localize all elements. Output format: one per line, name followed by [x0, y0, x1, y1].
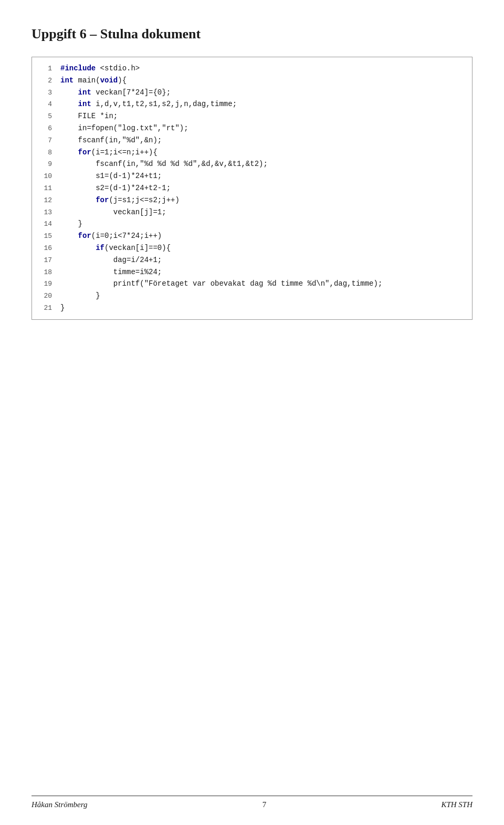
line-content: }: [60, 290, 100, 301]
code-line: 11 s2=(d-1)*24+t2-1;: [32, 182, 472, 194]
line-content: for(i=1;i<=n;i++){: [60, 147, 158, 158]
code-block: 1#include <stdio.h>2int main(void){3 int…: [32, 57, 472, 320]
line-content: in=fopen("log.txt","rt");: [60, 122, 188, 134]
code-line: 19 printf("Företaget var obevakat dag %d…: [32, 278, 472, 290]
code-line: 21}: [32, 302, 472, 314]
line-number: 7: [37, 135, 52, 147]
line-number: 19: [37, 279, 52, 290]
footer-page-number: 7: [262, 800, 267, 809]
line-content: timme=i%24;: [60, 266, 162, 278]
code-line: 1#include <stdio.h>: [32, 62, 472, 75]
line-content: dag=i/24+1;: [60, 254, 162, 266]
footer-institution: KTH STH: [441, 800, 472, 809]
line-number: 20: [37, 291, 52, 302]
line-number: 5: [37, 111, 52, 122]
code-line: 10 s1=(d-1)*24+t1;: [32, 170, 472, 182]
line-content: for(i=0;i<7*24;i++): [60, 230, 162, 242]
code-line: 4 int i,d,v,t1,t2,s1,s2,j,n,dag,timme;: [32, 98, 472, 110]
line-number: 21: [37, 303, 52, 314]
line-content: fscanf(in,"%d %d %d %d",&d,&v,&t1,&t2);: [60, 158, 268, 170]
code-line: 8 for(i=1;i<=n;i++){: [32, 147, 472, 159]
line-content: FILE *in;: [60, 110, 118, 122]
line-number: 15: [37, 231, 52, 242]
code-line: 5 FILE *in;: [32, 110, 472, 122]
line-content: if(veckan[i]==0){: [60, 242, 171, 254]
line-content: fscanf(in,"%d",&n);: [60, 134, 162, 146]
line-content: s1=(d-1)*24+t1;: [60, 170, 162, 182]
line-number: 6: [37, 123, 52, 134]
line-content: s2=(d-1)*24+t2-1;: [60, 182, 171, 194]
code-line: 15 for(i=0;i<7*24;i++): [32, 230, 472, 242]
line-number: 14: [37, 219, 52, 230]
line-content: for(j=s1;j<=s2;j++): [60, 194, 180, 206]
line-number: 1: [37, 64, 52, 75]
code-line: 7 fscanf(in,"%d",&n);: [32, 134, 472, 147]
code-line: 13 veckan[j]=1;: [32, 206, 472, 218]
line-number: 12: [37, 195, 52, 206]
page-footer: Håkan Strömberg 7 KTH STH: [32, 796, 472, 809]
page-title: Uppgift 6 – Stulna dokument: [32, 26, 472, 42]
footer-author: Håkan Strömberg: [32, 800, 88, 809]
line-number: 4: [37, 99, 52, 110]
code-line: 3 int veckan[7*24]={0};: [32, 87, 472, 99]
code-line: 2int main(void){: [32, 75, 472, 87]
code-line: 20 }: [32, 290, 472, 302]
line-number: 18: [37, 267, 52, 278]
line-content: veckan[j]=1;: [60, 206, 166, 218]
line-number: 3: [37, 88, 52, 99]
line-number: 9: [37, 159, 52, 170]
code-line: 12 for(j=s1;j<=s2;j++): [32, 194, 472, 206]
line-number: 17: [37, 255, 52, 266]
line-number: 10: [37, 171, 52, 182]
line-number: 8: [37, 148, 52, 159]
line-number: 16: [37, 243, 52, 254]
line-number: 13: [37, 207, 52, 218]
line-content: int main(void){: [60, 75, 127, 86]
code-line: 17 dag=i/24+1;: [32, 254, 472, 266]
line-number: 2: [37, 76, 52, 87]
code-line: 14 }: [32, 218, 472, 230]
line-content: printf("Företaget var obevakat dag %d ti…: [60, 278, 382, 289]
code-line: 16 if(veckan[i]==0){: [32, 242, 472, 254]
line-number: 11: [37, 183, 52, 194]
line-content: }: [60, 218, 82, 229]
line-content: int veckan[7*24]={0};: [60, 87, 171, 98]
line-content: #include <stdio.h>: [60, 62, 140, 74]
code-line: 18 timme=i%24;: [32, 266, 472, 278]
line-content: int i,d,v,t1,t2,s1,s2,j,n,dag,timme;: [60, 98, 237, 110]
code-line: 9 fscanf(in,"%d %d %d %d",&d,&v,&t1,&t2)…: [32, 158, 472, 170]
code-line: 6 in=fopen("log.txt","rt");: [32, 122, 472, 134]
line-content: }: [60, 302, 65, 314]
